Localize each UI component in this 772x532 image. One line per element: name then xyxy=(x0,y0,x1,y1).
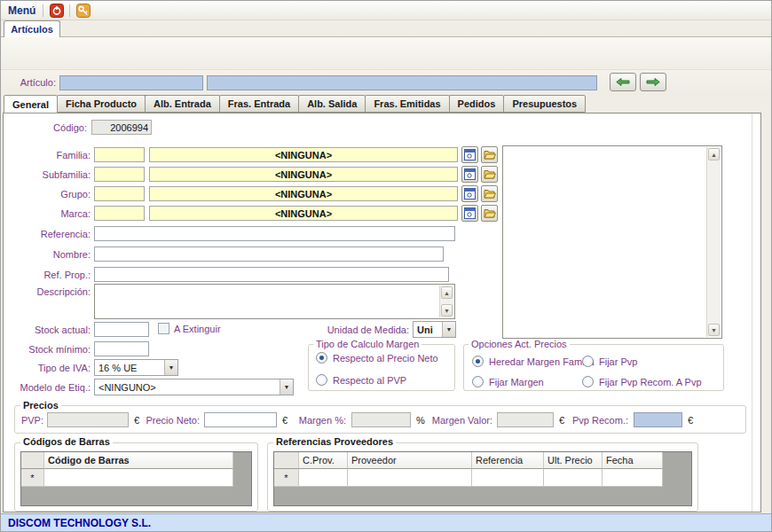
row-selector-header xyxy=(274,452,299,469)
subfamilia-open-button[interactable] xyxy=(481,166,498,183)
stock-actual-input[interactable] xyxy=(94,322,149,337)
prev-articulo-button[interactable] xyxy=(610,73,636,91)
fecha-cell[interactable] xyxy=(603,469,663,487)
proveedor-cell[interactable] xyxy=(348,469,472,487)
open-folder-icon xyxy=(484,208,496,218)
nombre-input[interactable] xyxy=(94,246,444,262)
window-tab-articulos[interactable]: Artículos xyxy=(4,20,60,37)
unidad-medida-combo[interactable]: Uni ▼ xyxy=(413,321,456,338)
marca-code-input[interactable] xyxy=(94,206,145,221)
column-header[interactable]: Ult. Precio xyxy=(544,452,603,469)
codigos-barras-grid[interactable]: Código de Barras * xyxy=(20,451,252,506)
codigo-label: Código: xyxy=(36,122,87,133)
fijar-pvp-radio[interactable] xyxy=(582,356,594,367)
tab-general[interactable]: General xyxy=(4,95,58,113)
grid-new-row[interactable]: * xyxy=(274,469,691,487)
margen-valor-field xyxy=(497,412,554,427)
articulo-name-input[interactable] xyxy=(207,75,597,90)
margen-valor-label: Margen Valor: xyxy=(429,415,492,426)
modelo-etiq-combo[interactable]: <NINGUNO> ▼ xyxy=(94,379,294,395)
codigo-field xyxy=(91,120,152,135)
fijar-margen-radio[interactable] xyxy=(472,376,484,387)
tipo-iva-combo[interactable]: 16 % UE ▼ xyxy=(94,359,178,376)
pvp-recom-field[interactable] xyxy=(634,412,682,427)
familia-open-button[interactable] xyxy=(481,146,498,163)
scroll-down-icon[interactable]: ▼ xyxy=(441,304,453,317)
tab-presupuestos[interactable]: Presupuestos xyxy=(503,95,586,113)
fijar-pvp-recom-radio[interactable] xyxy=(582,376,594,387)
familia-code-input[interactable] xyxy=(94,147,145,162)
referencia-input[interactable] xyxy=(94,226,455,241)
pvp-label: PVP: xyxy=(17,415,43,426)
tipo-iva-label: Tipo de IVA: xyxy=(12,363,91,373)
column-header[interactable]: Referencia xyxy=(472,452,544,469)
listbox-vertical-scrollbar[interactable]: ▲ ▼ xyxy=(706,147,721,337)
column-header[interactable]: C.Prov. xyxy=(299,452,348,469)
articulo-code-input[interactable] xyxy=(59,75,203,90)
tab-alb-entrada[interactable]: Alb. Entrada xyxy=(145,95,220,113)
subfamilia-name-field[interactable] xyxy=(149,167,458,182)
column-header[interactable]: Fecha xyxy=(603,452,663,469)
page-tabstrip: General Ficha Producto Alb. Entrada Fras… xyxy=(4,95,585,113)
grid-new-row[interactable]: * xyxy=(21,469,251,487)
tab-fras-emitidas[interactable]: Fras. Emitidas xyxy=(365,95,449,113)
scroll-up-icon[interactable]: ▲ xyxy=(708,148,720,160)
open-folder-icon xyxy=(484,169,496,179)
lookup-form-icon xyxy=(464,188,476,200)
tab-ficha-producto[interactable]: Ficha Producto xyxy=(57,95,146,113)
column-header[interactable]: Proveedor xyxy=(348,452,472,469)
subfamilia-code-input[interactable] xyxy=(94,167,145,182)
referencias-proveedores-grid[interactable]: C.Prov. Proveedor Referencia Ult. Precio… xyxy=(273,451,692,506)
login-key-button[interactable] xyxy=(75,3,91,19)
modelo-etiq-value: <NINGUNO> xyxy=(95,382,280,393)
heredar-margen-familia-radio[interactable] xyxy=(472,356,484,367)
open-folder-icon xyxy=(484,150,496,160)
respecto-pvp-radio[interactable] xyxy=(316,374,327,386)
respecto-precio-neto-label: Respecto al Precio Neto xyxy=(333,353,438,364)
marca-lookup-button[interactable] xyxy=(461,205,478,222)
scroll-down-icon[interactable]: ▼ xyxy=(708,324,720,336)
respecto-precio-neto-radio[interactable] xyxy=(316,352,327,364)
marca-open-button[interactable] xyxy=(481,205,498,222)
column-header[interactable]: Código de Barras xyxy=(44,452,233,469)
menu-separator xyxy=(69,4,70,17)
descripcion-label: Descripción: xyxy=(12,286,91,297)
tab-pedidos[interactable]: Pedidos xyxy=(449,95,505,113)
power-off-button[interactable] xyxy=(49,3,65,19)
grupo-code-input[interactable] xyxy=(94,186,145,201)
grupo-lookup-button[interactable] xyxy=(461,185,478,202)
new-row-marker: * xyxy=(274,469,299,487)
a-extinguir-checkbox[interactable] xyxy=(158,323,169,334)
menu-button[interactable]: Menú xyxy=(8,4,35,17)
subfamilia-lookup-button[interactable] xyxy=(461,166,478,183)
power-icon xyxy=(50,4,64,18)
precio-neto-input[interactable] xyxy=(204,412,277,427)
referencia-cell[interactable] xyxy=(472,469,544,487)
tab-alb-salida[interactable]: Alb. Salida xyxy=(298,95,366,113)
lookup-form-icon xyxy=(464,168,476,180)
grupo-name-field[interactable] xyxy=(149,186,458,201)
descripcion-textarea[interactable]: ▲ ▼ xyxy=(94,284,455,319)
next-articulo-button[interactable] xyxy=(640,73,666,91)
barcode-cell[interactable] xyxy=(44,469,233,487)
familia-tree-listbox[interactable]: ▲ ▼ xyxy=(502,145,722,339)
ult-precio-cell[interactable] xyxy=(544,469,603,487)
articulo-bar: Artículo: xyxy=(1,70,772,95)
stock-minimo-input[interactable] xyxy=(94,341,149,356)
unidad-medida-label: Unidad de Medida: xyxy=(319,325,409,335)
tipo-iva-value: 16 % UE xyxy=(95,363,164,373)
ref-prop-input[interactable] xyxy=(94,267,449,282)
familia-lookup-button[interactable] xyxy=(461,146,478,163)
grupo-open-button[interactable] xyxy=(481,185,498,202)
marca-name-field[interactable] xyxy=(149,206,458,221)
new-row-marker: * xyxy=(21,469,44,487)
referencias-proveedores-title: Referencias Proveedores xyxy=(273,436,396,447)
opciones-act-precios-title: Opciones Act. Precios xyxy=(469,339,570,349)
nombre-label: Nombre: xyxy=(12,249,91,260)
unidad-medida-value: Uni xyxy=(414,325,442,335)
descripcion-vertical-scrollbar[interactable]: ▲ ▼ xyxy=(439,286,453,317)
scroll-up-icon[interactable]: ▲ xyxy=(441,286,453,299)
tab-fras-entrada[interactable]: Fras. Entrada xyxy=(219,95,299,113)
familia-name-field[interactable] xyxy=(149,147,458,162)
cprov-cell[interactable] xyxy=(299,469,348,487)
